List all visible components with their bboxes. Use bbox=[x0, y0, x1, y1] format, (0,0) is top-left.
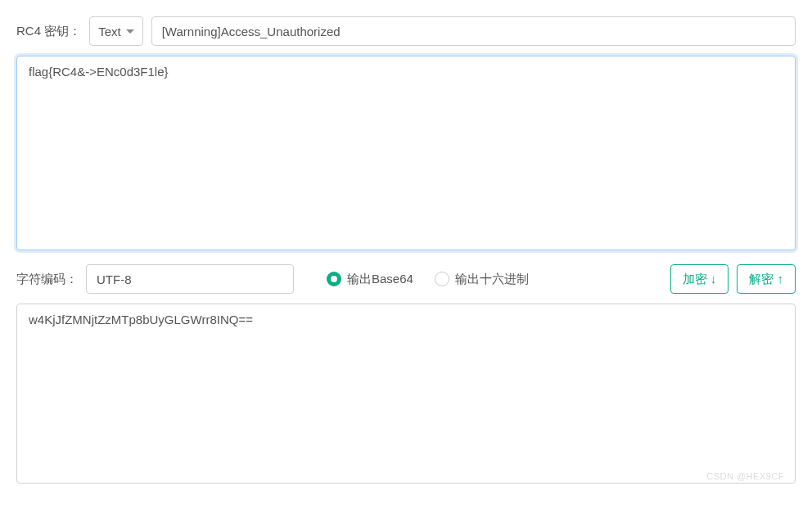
radio-hex-label: 输出十六进制 bbox=[455, 272, 529, 287]
key-format-select[interactable]: Text bbox=[89, 16, 143, 46]
encoding-row: 字符编码： UTF-8 输出Base64 输出十六进制 加密 ↓ 解密 ↑ bbox=[16, 264, 796, 294]
radio-checked-icon bbox=[327, 272, 341, 286]
key-format-selected: Text bbox=[98, 25, 121, 38]
encrypt-button[interactable]: 加密 ↓ bbox=[670, 264, 729, 294]
radio-unchecked-icon bbox=[435, 272, 449, 286]
action-buttons: 加密 ↓ 解密 ↑ bbox=[670, 264, 796, 294]
caret-down-icon bbox=[126, 29, 134, 34]
radio-hex[interactable]: 输出十六进制 bbox=[435, 272, 529, 287]
encoding-selected: UTF-8 bbox=[97, 272, 132, 286]
radio-base64-label: 输出Base64 bbox=[347, 272, 413, 287]
plaintext-input[interactable] bbox=[16, 56, 796, 250]
encoding-select[interactable]: UTF-8 bbox=[86, 264, 294, 294]
watermark: CSDN @HEX9CF bbox=[706, 471, 784, 481]
key-row: RC4 密钥： Text bbox=[16, 16, 796, 46]
ciphertext-output[interactable] bbox=[16, 304, 796, 484]
output-format-radio-group: 输出Base64 输出十六进制 bbox=[327, 272, 529, 287]
encoding-label: 字符编码： bbox=[16, 272, 78, 287]
key-label: RC4 密钥： bbox=[16, 24, 81, 39]
decrypt-button[interactable]: 解密 ↑ bbox=[737, 264, 796, 294]
radio-base64[interactable]: 输出Base64 bbox=[327, 272, 413, 287]
key-input[interactable] bbox=[151, 16, 796, 46]
